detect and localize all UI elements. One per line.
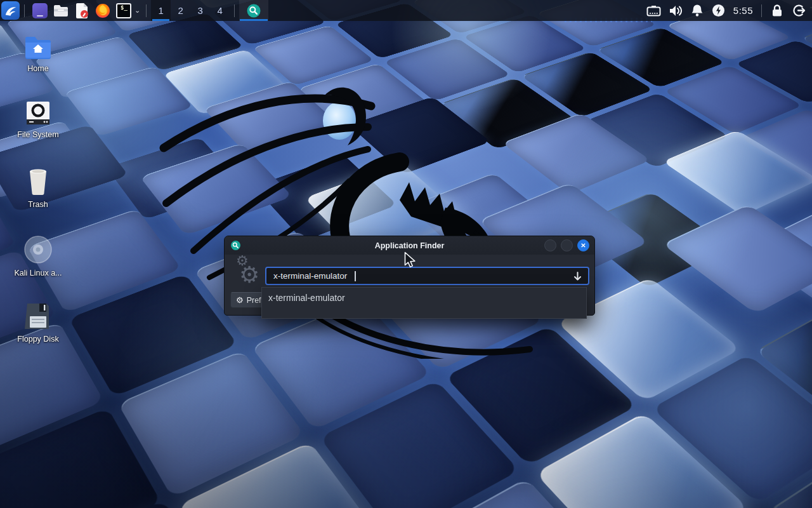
close-icon: ✕	[580, 242, 586, 249]
search-input-value: x-terminal-emulator	[273, 271, 347, 281]
appfinder-gears-icon: ⚙⚙	[231, 254, 261, 291]
panel-separator	[761, 4, 762, 17]
drive-icon	[25, 100, 51, 126]
workspace-number: 2	[178, 5, 183, 16]
titlebar[interactable]: Application Finder ✕	[225, 236, 594, 255]
workspace-number: 4	[218, 5, 223, 16]
firefox-icon	[95, 3, 110, 18]
desktop-icon-file-system[interactable]: File System	[5, 100, 71, 139]
window-controls: ✕	[544, 239, 589, 251]
gear-icon: ⚙	[236, 295, 244, 305]
dropdown-arrow-icon[interactable]	[573, 271, 582, 282]
cdrom-disc-icon	[23, 235, 53, 264]
window-title: Application Finder	[225, 241, 594, 250]
terminal-icon: $_	[116, 3, 131, 18]
panel-separator	[24, 4, 25, 17]
home-folder-icon	[24, 36, 52, 60]
desktop-icon-home[interactable]: Home	[5, 36, 71, 73]
desktop-icon-label: Floppy Disk	[17, 335, 58, 344]
desktop-icon-label: File System	[17, 130, 58, 139]
desktop-icon-label: Kali Linux a...	[14, 269, 62, 277]
folder-icon	[53, 4, 69, 17]
speaker-icon	[669, 4, 683, 17]
network-tray-button[interactable]	[643, 0, 665, 21]
panel-separator	[146, 4, 147, 17]
document-icon	[75, 3, 89, 18]
workspace-number: 1	[159, 5, 164, 16]
power-manager-tray-button[interactable]	[708, 0, 730, 21]
applications-menu-button[interactable]	[1, 1, 20, 20]
launcher-terminal-emulator[interactable]: $_	[115, 2, 132, 19]
launcher-file-manager[interactable]	[52, 2, 69, 19]
workspace-button-2[interactable]: 2	[171, 0, 190, 21]
taskbar-app-finder-button[interactable]	[239, 0, 268, 21]
desktop-icon-kali-cdrom[interactable]: Kali Linux a...	[5, 235, 71, 277]
purple-app-icon	[32, 3, 48, 18]
top-panel: $_ ⌄ 1 2 3 4	[0, 0, 812, 21]
chevron-down-icon[interactable]: ⌄	[134, 6, 140, 15]
kali-logo-icon	[4, 4, 18, 18]
logout-button[interactable]	[788, 0, 809, 21]
workspace-button-4[interactable]: 4	[210, 0, 230, 21]
network-icon	[646, 5, 661, 17]
wallpaper-cube	[662, 204, 812, 314]
workspace-button-3[interactable]: 3	[190, 0, 210, 21]
launcher-text-editor[interactable]	[73, 2, 90, 19]
active-task-indicator	[240, 19, 268, 21]
logout-icon	[792, 4, 806, 17]
workspace-number: 3	[198, 5, 203, 16]
maximize-button[interactable]	[561, 239, 573, 251]
completion-item[interactable]: x-terminal-emulator	[262, 288, 586, 303]
desktop-icon-trash[interactable]: Trash	[5, 168, 71, 209]
launcher-terminal-app[interactable]	[31, 2, 48, 19]
text-caret	[355, 271, 356, 281]
app-finder-icon	[246, 3, 261, 18]
desktop-icon-label: Trash	[28, 200, 48, 209]
launcher-firefox[interactable]	[94, 2, 111, 19]
notifications-tray-button[interactable]	[686, 0, 708, 21]
lock-screen-button[interactable]	[766, 0, 788, 21]
completion-popup: x-terminal-emulator	[261, 287, 587, 319]
panel-left: $_ ⌄ 1 2 3 4	[0, 0, 268, 21]
lock-icon	[771, 4, 783, 17]
app-finder-window-icon	[230, 240, 241, 251]
search-input[interactable]: x-terminal-emulator	[265, 267, 589, 285]
bell-icon	[691, 4, 704, 17]
clock[interactable]: 5:55	[733, 5, 753, 16]
volume-tray-button[interactable]	[665, 0, 686, 21]
floppy-icon	[25, 302, 51, 330]
battery-bolt-icon	[712, 4, 725, 17]
panel-separator	[234, 4, 235, 17]
close-button[interactable]: ✕	[577, 239, 589, 251]
trash-icon	[25, 168, 51, 196]
minimize-button[interactable]	[544, 239, 556, 251]
panel-right: 5:55	[643, 0, 812, 21]
workspace-button-1[interactable]: 1	[151, 0, 171, 21]
desktop-icon-floppy-disk[interactable]: Floppy Disk	[5, 302, 71, 344]
desktop-icon-label: Home	[27, 64, 48, 73]
active-workspace-indicator	[152, 19, 169, 21]
desktop-root: Home File System Trash Kali Linux a...	[0, 0, 812, 508]
workspace-pager: 1 2 3 4	[151, 0, 230, 21]
